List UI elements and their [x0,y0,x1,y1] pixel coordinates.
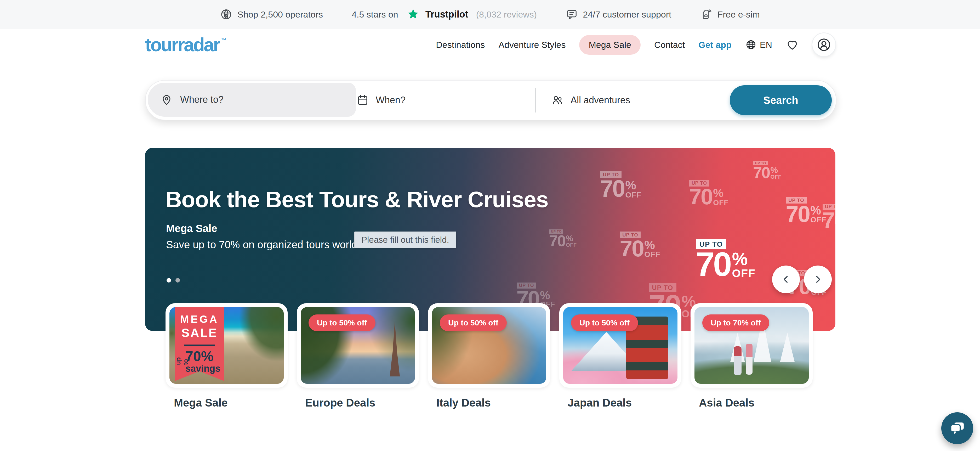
carousel-dot-2[interactable] [175,278,180,282]
support-info: 24/7 customer support [566,8,671,21]
promo-70-off-badge: UP TO70%OFF [753,152,781,180]
wishlist-button[interactable] [786,38,799,51]
trustpilot-rating: 4.5 stars on Trustpilot (8,032 reviews) [352,8,537,21]
nav-contact[interactable]: Contact [654,40,685,50]
search-divider [535,88,536,113]
card-title-mega-sale: Mega Sale [174,397,288,409]
card-title-japan: Japan Deals [568,397,681,409]
promo-70-off-badge: UP TO70%OFF [822,191,835,229]
nav-mega-sale[interactable]: Mega Sale [579,35,641,55]
deal-card-japan[interactable]: Up to 50% off Japan Deals [559,303,681,409]
chevron-left-icon [781,274,791,285]
destination-input[interactable] [180,94,317,105]
adventure-type-field[interactable]: All adventures [550,81,632,120]
date-label: When? [376,95,406,106]
tourradar-homepage: Shop 2,500 operators 4.5 stars on Trustp… [0,0,980,451]
date-field[interactable]: When? [355,81,407,120]
japan-card-image: Up to 50% off [563,307,678,384]
search-bar: When? All adventures Search [145,80,837,120]
traveler-figure [734,346,741,375]
logo-trademark: ™ [221,37,226,43]
carousel-dot-1[interactable] [167,278,171,282]
card-title-italy: Italy Deals [436,397,550,409]
mega-sale-ribbon: MEGA SALE up to 70% savings [175,307,224,381]
deal-card-italy[interactable]: Up to 50% off Italy Deals [428,303,550,409]
main-header: tourradar ™ Destinations Adventure Style… [145,29,835,61]
esim-label: Free e-sim [717,10,760,20]
rating-prefix: 4.5 stars on [352,10,398,20]
search-button[interactable]: Search [730,85,832,115]
logo-wordmark: tourradar [145,35,220,54]
asia-card-image: Up to 70% off [694,307,809,384]
account-button[interactable] [812,33,835,56]
operators-info: Shop 2,500 operators [220,8,323,21]
ribbon-upto: up to [175,358,189,365]
deal-card-europe[interactable]: Up to 50% off Europe Deals [297,303,419,409]
chat-bubble-icon [566,8,578,21]
promo-70-off-badge: UP TO70%OFF [620,219,660,258]
nav-get-app[interactable]: Get app [698,40,732,50]
europe-card-image: Up to 50% off [301,307,415,384]
hero-title: Book the Best Tours & River Cruises [165,186,548,212]
mega-sale-card-image: MEGA SALE up to 70% savings [169,307,284,384]
esim-info: Free e-sim [700,8,760,21]
tourradar-logo[interactable]: tourradar ™ [145,35,226,54]
deal-card-asia[interactable]: Up to 70% off Asia Deals [690,303,813,409]
chat-widget-button[interactable] [941,412,973,444]
carousel-next-button[interactable] [804,266,832,293]
discount-badge: Up to 50% off [309,314,375,331]
chevron-right-icon [813,274,823,285]
globe-icon [745,39,757,51]
destination-field[interactable] [148,83,356,117]
promo-70-off-badge: UP TO70%OFF [689,167,729,206]
hero-subtitle: Mega Sale [166,223,217,234]
promo-70-off-badge: UP TO70%OFF [549,220,577,247]
traveler-figure [746,344,752,375]
card-title-asia: Asia Deals [699,397,813,409]
eiffel-tower-shape [379,322,410,376]
top-info-bar: Shop 2,500 operators 4.5 stars on Trustp… [0,0,980,29]
ribbon-mega: MEGA [180,313,219,325]
discount-badge: Up to 50% off [440,314,507,331]
main-nav: Destinations Adventure Styles Mega Sale … [436,33,835,56]
adventure-type-label: All adventures [571,95,630,106]
card-title-europe: Europe Deals [305,397,419,409]
chat-widget-icon [949,420,966,437]
user-avatar-icon [816,37,832,52]
promo-70-off-badge: UP TO70%OFF [600,158,642,199]
review-count: (8,032 reviews) [476,10,537,20]
hero-description: Save up to 70% on organized tours worldw… [166,239,382,250]
ribbon-divider [184,344,215,346]
trustpilot-star-icon [407,8,419,21]
italy-card-image: Up to 50% off [432,307,546,384]
operators-globe-icon [220,8,232,21]
heart-icon [786,38,799,51]
travelers-icon [551,94,564,107]
ribbon-sale: SALE [181,326,218,340]
discount-badge: Up to 50% off [571,314,638,331]
ribbon-savings: savings [185,363,220,374]
validation-tooltip: Please fill out this field. [354,231,456,248]
language-selector[interactable]: EN [745,39,772,51]
nav-destinations[interactable]: Destinations [436,40,485,50]
carousel-prev-button[interactable] [772,266,800,293]
nav-adventure-styles[interactable]: Adventure Styles [498,40,566,50]
language-label: EN [760,40,772,50]
deal-card-mega-sale[interactable]: MEGA SALE up to 70% savings Mega Sale [165,303,288,409]
discount-badge: Up to 70% off [702,314,769,331]
sim-card-icon [700,8,712,21]
promo-70-off-badge: UP TO70%OFF [516,270,555,308]
carousel-dots [167,278,180,282]
trustpilot-brand: Trustpilot [425,9,468,20]
promo-70-off-badge: UP TO70%OFF [786,185,826,224]
location-pin-icon [160,93,173,106]
support-label: 24/7 customer support [583,10,671,20]
ribbon-value: 70% [185,349,214,363]
deal-cards-row: MEGA SALE up to 70% savings Mega Sale [165,303,813,409]
operators-label: Shop 2,500 operators [237,10,323,20]
calendar-icon [356,94,369,107]
promo-70-off-badge: UP TO70%OFF [695,220,756,279]
